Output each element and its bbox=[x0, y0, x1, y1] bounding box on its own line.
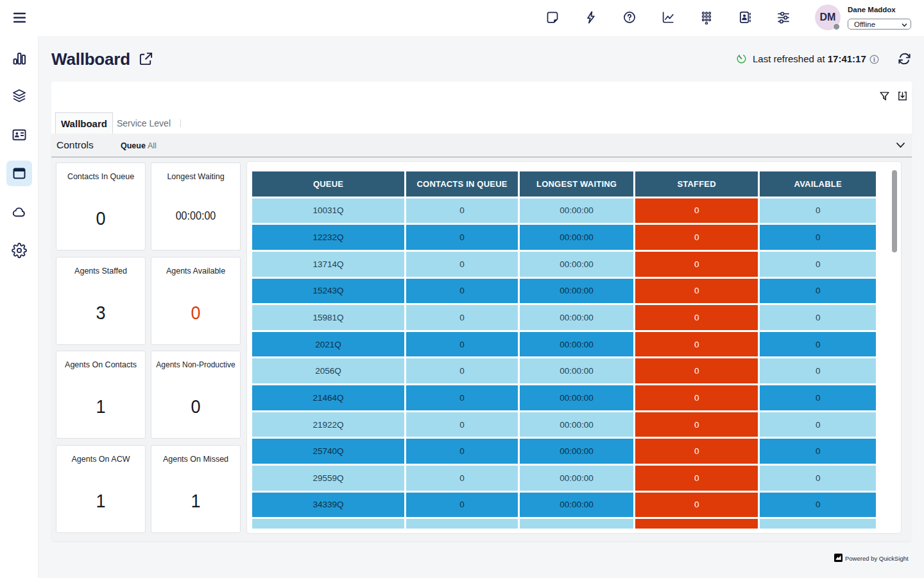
svg-text:i: i bbox=[873, 56, 875, 63]
